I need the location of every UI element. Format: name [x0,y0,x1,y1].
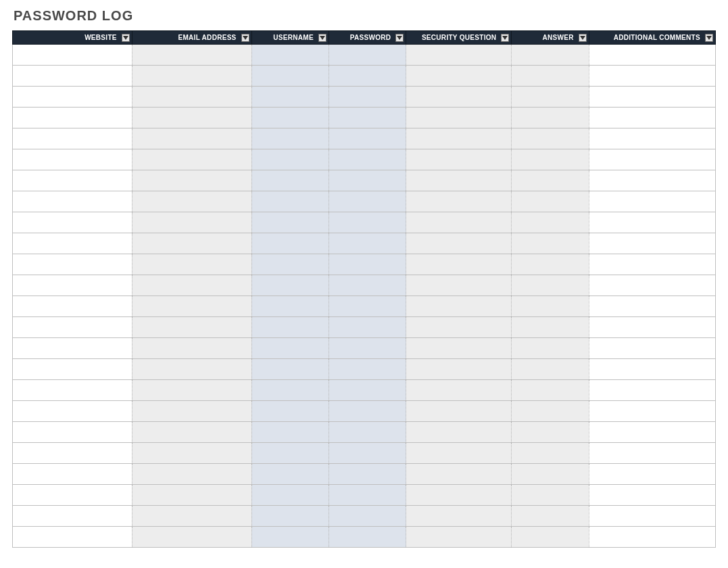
cell-username[interactable] [251,443,329,464]
cell-comments[interactable] [589,464,715,485]
column-header-password[interactable]: PASSWORD [329,31,406,45]
filter-dropdown-icon[interactable] [122,34,130,42]
cell-comments[interactable] [589,275,715,296]
cell-email[interactable] [132,422,251,443]
cell-comments[interactable] [589,317,715,338]
cell-secq[interactable] [406,275,512,296]
cell-website[interactable] [13,66,132,87]
cell-username[interactable] [251,191,329,212]
cell-answer[interactable] [512,170,589,191]
cell-password[interactable] [329,233,406,254]
cell-email[interactable] [132,359,251,380]
cell-password[interactable] [329,401,406,422]
cell-secq[interactable] [406,422,512,443]
cell-username[interactable] [251,66,329,87]
cell-email[interactable] [132,254,251,275]
cell-comments[interactable] [589,485,715,506]
cell-answer[interactable] [512,401,589,422]
cell-secq[interactable] [406,191,512,212]
cell-password[interactable] [329,254,406,275]
cell-website[interactable] [13,254,132,275]
cell-username[interactable] [251,401,329,422]
cell-password[interactable] [329,527,406,548]
cell-answer[interactable] [512,108,589,128]
cell-comments[interactable] [589,108,715,128]
cell-email[interactable] [132,401,251,422]
cell-password[interactable] [329,317,406,338]
cell-comments[interactable] [589,45,715,66]
cell-website[interactable] [13,191,132,212]
cell-email[interactable] [132,128,251,149]
cell-password[interactable] [329,464,406,485]
cell-secq[interactable] [406,45,512,66]
cell-username[interactable] [251,317,329,338]
cell-secq[interactable] [406,464,512,485]
cell-email[interactable] [132,212,251,233]
cell-website[interactable] [13,485,132,506]
cell-username[interactable] [251,170,329,191]
cell-answer[interactable] [512,380,589,401]
filter-dropdown-icon[interactable] [579,34,587,42]
cell-email[interactable] [132,338,251,359]
cell-password[interactable] [329,506,406,527]
column-header-email[interactable]: EMAIL ADDRESS [132,31,251,45]
cell-answer[interactable] [512,443,589,464]
cell-password[interactable] [329,149,406,170]
column-header-security-question[interactable]: SECURITY QUESTION [406,31,512,45]
cell-email[interactable] [132,170,251,191]
cell-username[interactable] [251,380,329,401]
cell-secq[interactable] [406,338,512,359]
cell-username[interactable] [251,149,329,170]
cell-website[interactable] [13,359,132,380]
cell-password[interactable] [329,108,406,128]
cell-website[interactable] [13,527,132,548]
cell-secq[interactable] [406,108,512,128]
cell-secq[interactable] [406,443,512,464]
cell-website[interactable] [13,149,132,170]
cell-username[interactable] [251,233,329,254]
cell-email[interactable] [132,296,251,317]
cell-secq[interactable] [406,485,512,506]
filter-dropdown-icon[interactable] [395,34,404,42]
cell-website[interactable] [13,296,132,317]
cell-password[interactable] [329,275,406,296]
cell-email[interactable] [132,191,251,212]
cell-password[interactable] [329,359,406,380]
cell-email[interactable] [132,317,251,338]
cell-username[interactable] [251,45,329,66]
cell-email[interactable] [132,485,251,506]
cell-answer[interactable] [512,191,589,212]
cell-answer[interactable] [512,506,589,527]
cell-answer[interactable] [512,527,589,548]
cell-secq[interactable] [406,254,512,275]
cell-email[interactable] [132,275,251,296]
cell-website[interactable] [13,506,132,527]
cell-answer[interactable] [512,317,589,338]
cell-comments[interactable] [589,422,715,443]
cell-comments[interactable] [589,128,715,149]
cell-answer[interactable] [512,45,589,66]
cell-website[interactable] [13,380,132,401]
cell-username[interactable] [251,128,329,149]
cell-username[interactable] [251,485,329,506]
cell-password[interactable] [329,485,406,506]
cell-website[interactable] [13,464,132,485]
cell-username[interactable] [251,359,329,380]
cell-email[interactable] [132,506,251,527]
cell-username[interactable] [251,527,329,548]
cell-answer[interactable] [512,296,589,317]
cell-username[interactable] [251,296,329,317]
cell-answer[interactable] [512,212,589,233]
cell-username[interactable] [251,275,329,296]
cell-answer[interactable] [512,275,589,296]
cell-answer[interactable] [512,359,589,380]
column-header-website[interactable]: WEBSITE [13,31,132,45]
cell-username[interactable] [251,464,329,485]
cell-website[interactable] [13,108,132,128]
cell-email[interactable] [132,108,251,128]
cell-website[interactable] [13,45,132,66]
cell-website[interactable] [13,170,132,191]
cell-email[interactable] [132,45,251,66]
cell-secq[interactable] [406,317,512,338]
cell-username[interactable] [251,212,329,233]
